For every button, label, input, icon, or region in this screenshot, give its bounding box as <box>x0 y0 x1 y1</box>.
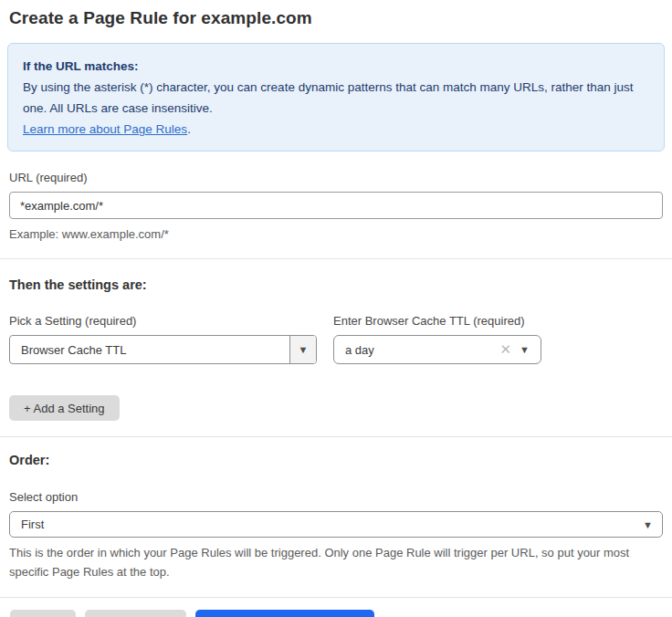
url-field-helper: Example: www.example.com/* <box>9 225 663 243</box>
caret-down-icon[interactable]: ▼ <box>520 344 541 355</box>
settings-row: Pick a Setting (required) Browser Cache … <box>9 314 663 364</box>
divider <box>0 258 672 259</box>
info-box-heading: If the URL matches: <box>23 56 649 77</box>
caret-down-icon[interactable]: ▼ <box>289 336 316 363</box>
ttl-select-label: Enter Browser Cache TTL (required) <box>333 314 541 328</box>
divider <box>0 597 672 598</box>
caret-down-icon: ▼ <box>643 519 662 530</box>
link-suffix: . <box>187 122 191 136</box>
order-select[interactable]: First ▼ <box>9 511 663 538</box>
url-match-info-box: If the URL matches: By using the asteris… <box>7 43 665 152</box>
cancel-button[interactable]: Cancel <box>10 610 76 617</box>
order-section-heading: Order: <box>9 453 663 467</box>
info-box-link-line: Learn more about Page Rules. <box>23 119 649 140</box>
add-setting-button[interactable]: + Add a Setting <box>9 395 120 421</box>
footer-actions: Cancel Save as Draft Save and Deploy Pag… <box>10 610 663 617</box>
page-title: Create a Page Rule for example.com <box>9 8 663 28</box>
ttl-select-group: Enter Browser Cache TTL (required) a day… <box>333 314 541 364</box>
setting-select-label: Pick a Setting (required) <box>9 314 317 328</box>
save-as-draft-button[interactable]: Save as Draft <box>85 610 186 617</box>
url-field-label: URL (required) <box>9 171 663 184</box>
order-select-label: Select option <box>9 490 663 504</box>
divider <box>0 436 672 437</box>
setting-select-value: Browser Cache TTL <box>10 343 289 357</box>
create-page-rule-form: Create a Page Rule for example.com If th… <box>0 0 672 617</box>
ttl-select-value: a day <box>334 343 497 357</box>
ttl-select[interactable]: a day ✕ ▼ <box>333 335 541 364</box>
info-box-body: By using the asterisk (*) character, you… <box>23 77 649 119</box>
order-select-value: First <box>10 518 643 531</box>
setting-select[interactable]: Browser Cache TTL ▼ <box>9 335 317 364</box>
clear-icon[interactable]: ✕ <box>497 341 520 358</box>
learn-more-link[interactable]: Learn more about Page Rules <box>23 122 187 136</box>
save-and-deploy-button[interactable]: Save and Deploy Page Rule <box>195 610 373 617</box>
setting-select-group: Pick a Setting (required) Browser Cache … <box>9 314 317 364</box>
order-helper-text: This is the order in which your Page Rul… <box>9 543 663 581</box>
url-input[interactable] <box>9 192 663 219</box>
settings-section-heading: Then the settings are: <box>9 277 663 292</box>
